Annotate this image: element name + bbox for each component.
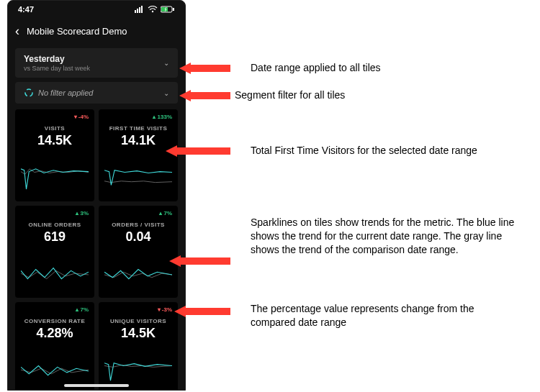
annotation-text: Segment filter for all tiles bbox=[235, 88, 345, 102]
svg-point-8 bbox=[25, 89, 32, 96]
tile-label: ORDERS / VISITS bbox=[104, 222, 172, 228]
tile-label: VISITS bbox=[21, 125, 89, 132]
tile-grid: ▾ -4% VISITS 14.5K ▴ 133% FIRST TIME VIS… bbox=[8, 108, 185, 391]
chevron-down-icon: ⌄ bbox=[163, 89, 169, 97]
segment-icon bbox=[24, 88, 34, 98]
tile-delta: ▾ -3% bbox=[158, 306, 172, 313]
svg-rect-2 bbox=[139, 7, 140, 13]
annotation-arrow bbox=[166, 145, 230, 157]
annotation-arrow bbox=[179, 63, 230, 74]
svg-rect-0 bbox=[135, 10, 136, 13]
svg-rect-6 bbox=[161, 7, 168, 12]
annotation-text: Total First Time Visitors for the select… bbox=[251, 144, 477, 158]
tile-delta: ▴ 7% bbox=[159, 210, 172, 216]
tile-delta: ▾ -4% bbox=[74, 114, 89, 120]
sparkline bbox=[21, 341, 89, 388]
annotation-arrow bbox=[169, 255, 230, 267]
date-range-compare: vs Same day last week bbox=[24, 65, 90, 72]
battery-icon bbox=[161, 6, 175, 13]
wifi-icon bbox=[148, 6, 158, 13]
tile-delta: ▴ 7% bbox=[76, 306, 89, 313]
tile-unique-visitors[interactable]: ▾ -3% UNIQUE VISITORS 14.5K bbox=[99, 302, 178, 391]
svg-rect-1 bbox=[137, 9, 138, 13]
tile-delta: ▴ 133% bbox=[153, 114, 172, 120]
annotation-text: Date range applied to all tiles bbox=[251, 61, 381, 75]
signal-icon bbox=[135, 6, 145, 13]
tile-value: 4.28% bbox=[21, 326, 89, 341]
tile-label: FIRST TIME VISITS bbox=[104, 125, 172, 132]
date-range-selector[interactable]: Yesterday vs Same day last week ⌄ bbox=[15, 48, 178, 78]
tile-value: 0.04 bbox=[104, 229, 172, 245]
tile-visits[interactable]: ▾ -4% VISITS 14.5K bbox=[15, 109, 94, 201]
sparkline bbox=[104, 341, 172, 388]
chevron-down-icon: ⌄ bbox=[163, 59, 169, 67]
status-bar: 4:47 bbox=[8, 1, 185, 18]
tile-value: 14.5K bbox=[21, 133, 89, 148]
sparkline bbox=[104, 148, 172, 196]
annotation-text: The percentage value represents change f… bbox=[251, 302, 503, 329]
tile-value: 14.5K bbox=[104, 326, 172, 341]
page-title: Mobile Scorecard Demo bbox=[27, 26, 127, 37]
annotation-text: Sparklines on tiles show trends for the … bbox=[251, 216, 517, 257]
svg-rect-3 bbox=[141, 6, 143, 13]
svg-point-4 bbox=[152, 11, 153, 12]
annotation-arrow bbox=[174, 306, 230, 317]
tile-label: CONVERSION RATE bbox=[21, 318, 89, 324]
home-indicator bbox=[64, 384, 129, 387]
segment-filter-text: No filter applied bbox=[38, 88, 93, 97]
sparkline bbox=[104, 245, 172, 292]
phone-frame: 4:47 ‹ Mobile Scorecard Demo Yesterday v… bbox=[7, 0, 186, 391]
status-time: 4:47 bbox=[18, 5, 34, 14]
tile-value: 14.1K bbox=[104, 133, 172, 148]
back-button[interactable]: ‹ bbox=[15, 24, 19, 39]
svg-rect-7 bbox=[173, 8, 174, 11]
tile-conversion-rate[interactable]: ▴ 7% CONVERSION RATE 4.28% bbox=[15, 302, 94, 391]
tile-label: UNIQUE VISITORS bbox=[104, 318, 172, 324]
tile-value: 619 bbox=[21, 229, 89, 245]
sparkline bbox=[21, 148, 89, 196]
segment-filter-selector[interactable]: No filter applied ⌄ bbox=[15, 82, 178, 104]
tile-label: ONLINE ORDERS bbox=[21, 222, 89, 228]
tile-delta: ▴ 3% bbox=[76, 210, 89, 216]
status-icons bbox=[135, 6, 175, 13]
date-range-primary: Yesterday bbox=[24, 54, 90, 64]
nav-bar: ‹ Mobile Scorecard Demo bbox=[8, 18, 185, 44]
sparkline bbox=[21, 245, 89, 292]
tile-online-orders[interactable]: ▴ 3% ONLINE ORDERS 619 bbox=[15, 206, 94, 298]
annotation-arrow bbox=[179, 90, 230, 101]
tile-orders-visits[interactable]: ▴ 7% ORDERS / VISITS 0.04 bbox=[99, 206, 178, 298]
